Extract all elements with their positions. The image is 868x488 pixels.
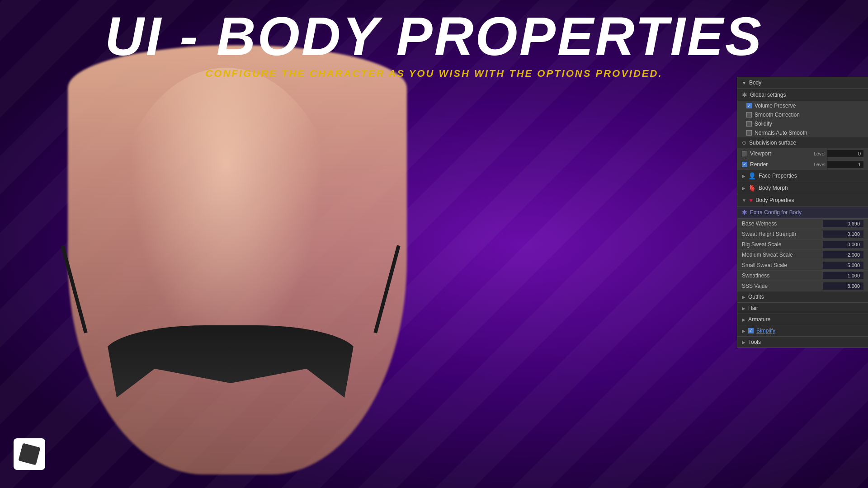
simplify-checkbox[interactable]: [748, 328, 754, 333]
base-wetness-label: Base Wetness: [742, 221, 823, 227]
sweat-height-label: Sweat Height Strength: [742, 231, 823, 237]
sweat-height-row: Sweat Height Strength: [737, 229, 868, 239]
sss-value-input[interactable]: [823, 282, 863, 290]
simplify-item[interactable]: ▶ Simplify: [737, 325, 868, 337]
small-sweat-label: Small Sweat Scale: [742, 262, 823, 268]
title-area: UI - BODY PROPERTIES CONFIGURE THE CHARA…: [0, 9, 868, 80]
hair-label: Hair: [748, 305, 758, 311]
tools-label: Tools: [748, 339, 761, 345]
big-sweat-value[interactable]: [823, 241, 863, 248]
volume-preserve-row: Volume Preserve: [737, 101, 868, 110]
viewport-field-label: Level: [814, 151, 826, 156]
logo-box: [14, 438, 45, 470]
simplify-chevron: ▶: [742, 328, 745, 333]
medium-sweat-row: Medium Sweat Scale: [737, 250, 868, 260]
outfits-label: Outfits: [748, 294, 764, 300]
body-morph-item[interactable]: ▶ 🫀 Body Morph: [737, 182, 868, 194]
subdivision-icon: ⊙: [742, 140, 746, 146]
small-sweat-value[interactable]: [823, 262, 863, 269]
body-morph-label: Body Morph: [759, 185, 788, 191]
sss-value-label: SSS Value: [742, 283, 823, 289]
sweatiness-row: Sweatiness: [737, 271, 868, 281]
body-properties-header[interactable]: ▼ ♥ Body Properties: [737, 194, 868, 206]
render-field-label: Level: [814, 162, 826, 167]
face-properties-icon: 👤: [748, 172, 756, 179]
smooth-correction-checkbox[interactable]: [746, 112, 752, 117]
render-checkbox[interactable]: [742, 162, 747, 167]
extra-config-row[interactable]: ✱ Extra Config for Body: [737, 206, 868, 219]
volume-preserve-checkbox[interactable]: [746, 103, 752, 108]
tools-item[interactable]: ▶ Tools: [737, 337, 868, 348]
global-settings-label: Global settings: [750, 92, 863, 98]
sweatiness-value[interactable]: [823, 272, 863, 279]
normals-auto-smooth-checkbox[interactable]: [746, 130, 752, 136]
solidify-checkbox[interactable]: [746, 121, 752, 127]
panel-header[interactable]: ▼ Body: [737, 77, 868, 89]
render-row: Render Level 1: [737, 159, 868, 170]
viewport-row: Viewport Level 0: [737, 148, 868, 159]
solidify-row: Solidify: [737, 119, 868, 128]
face-properties-chevron: ▶: [742, 174, 745, 178]
body-properties-label: Body Properties: [755, 197, 794, 203]
base-wetness-row: Base Wetness: [737, 219, 868, 229]
armature-chevron: ▶: [742, 317, 745, 322]
viewport-label: Viewport: [750, 150, 814, 157]
sss-value-row: SSS Value: [737, 281, 868, 291]
outfits-item[interactable]: ▶ Outfits: [737, 291, 868, 303]
render-label: Render: [750, 161, 814, 168]
sweatiness-label: Sweatiness: [742, 272, 823, 279]
hair-item[interactable]: ▶ Hair: [737, 303, 868, 314]
armature-label: Armature: [748, 316, 770, 323]
face-properties-label: Face Properties: [759, 173, 797, 179]
render-level-value[interactable]: 1: [827, 161, 863, 168]
properties-panel: ▼ Body ✱ Global settings Volume Preserve…: [737, 77, 868, 348]
volume-preserve-label: Volume Preserve: [755, 103, 796, 109]
body-properties-icon: ♥: [749, 197, 753, 204]
normals-auto-smooth-row: Normals Auto Smooth: [737, 128, 868, 137]
panel-collapse-icon: ▼: [742, 80, 746, 85]
global-settings-header[interactable]: ✱ Global settings: [737, 89, 868, 101]
face-properties-item[interactable]: ▶ 👤 Face Properties: [737, 170, 868, 182]
extra-config-icon: ✱: [742, 209, 747, 216]
viewport-level-value[interactable]: 0: [827, 150, 863, 157]
medium-sweat-value[interactable]: [823, 251, 863, 258]
base-wetness-value[interactable]: [823, 220, 863, 227]
sweat-height-value[interactable]: [823, 230, 863, 238]
normals-auto-smooth-label: Normals Auto Smooth: [755, 130, 807, 136]
global-settings-icon: ✱: [742, 91, 747, 99]
outfits-chevron: ▶: [742, 295, 745, 300]
smooth-correction-row: Smooth Correction: [737, 110, 868, 119]
tools-chevron: ▶: [742, 340, 745, 345]
big-sweat-label: Big Sweat Scale: [742, 241, 823, 248]
hair-chevron: ▶: [742, 306, 745, 311]
main-title: UI - BODY PROPERTIES: [0, 9, 868, 63]
solidify-label: Solidify: [755, 121, 772, 127]
viewport-checkbox[interactable]: [742, 151, 747, 156]
big-sweat-row: Big Sweat Scale: [737, 239, 868, 250]
subdivision-header[interactable]: ⊙ Subdivision surface: [737, 137, 868, 148]
panel-header-text: Body: [749, 80, 761, 86]
smooth-correction-label: Smooth Correction: [755, 112, 800, 118]
small-sweat-row: Small Sweat Scale: [737, 260, 868, 271]
armature-item[interactable]: ▶ Armature: [737, 314, 868, 325]
extra-config-label: Extra Config for Body: [750, 209, 802, 216]
body-morph-chevron: ▶: [742, 186, 745, 191]
body-properties-chevron: ▼: [742, 198, 746, 203]
medium-sweat-label: Medium Sweat Scale: [742, 252, 823, 258]
body-morph-icon: 🫀: [748, 184, 756, 192]
logo: [14, 438, 50, 474]
simplify-label: Simplify: [756, 328, 775, 334]
subdivision-label: Subdivision surface: [749, 140, 863, 146]
